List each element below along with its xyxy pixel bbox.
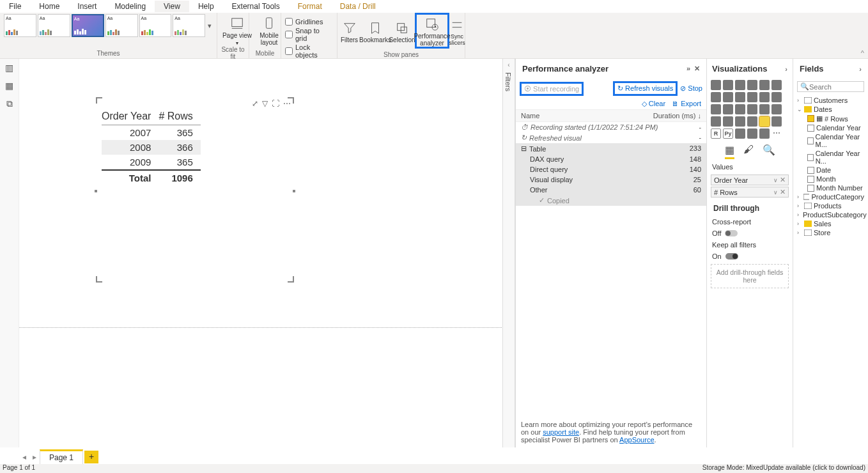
menu-tabs: File Home Insert Modeling View Help Exte… [0, 0, 868, 13]
page-view-button[interactable]: Page view▾ [221, 14, 253, 46]
svg-rect-6 [804, 97, 812, 104]
field-month-num[interactable]: Month Number [793, 183, 868, 192]
field-well-order-year[interactable]: Order Year∨ ✕ [711, 174, 789, 185]
svg-rect-12 [804, 229, 812, 236]
fields-search[interactable]: 🔍 [797, 81, 864, 92]
stop-button[interactable]: ⊘ Stop [680, 84, 702, 93]
left-view-rail: ▥ ▦ ⧉ [0, 59, 19, 447]
field-cal-year[interactable]: Calendar Year [793, 123, 868, 132]
field-well-rows[interactable]: # Rows∨ ✕ [711, 187, 789, 198]
data-view-icon[interactable]: ▦ [3, 81, 16, 92]
support-link[interactable]: support site [543, 428, 579, 436]
filter-icon[interactable]: ▽ [262, 99, 268, 108]
analytics-tab-icon[interactable]: 🔍 [763, 144, 775, 159]
page-tab-bar: ◂ ▸ Page 1 + [19, 449, 98, 464]
page-tab-1[interactable]: Page 1 [40, 449, 83, 464]
start-recording-button[interactable]: ⦿ Start recording [520, 82, 584, 96]
field-month[interactable]: Month [793, 174, 868, 183]
appsource-link[interactable]: AppSource [619, 436, 654, 444]
selection-button[interactable]: Selection [389, 13, 415, 49]
menu-data-drill[interactable]: Data / Drill [331, 1, 385, 12]
focus-icon[interactable]: ⛶ [272, 99, 279, 108]
viz-chevron-icon[interactable]: › [785, 65, 787, 73]
values-label: Values [707, 160, 793, 173]
cross-report-toggle[interactable]: Off [707, 228, 793, 238]
clear-button[interactable]: ◇ Clear [642, 100, 665, 108]
status-left: Page 1 of 1 [3, 464, 35, 473]
menu-format[interactable]: Format [289, 1, 331, 12]
keep-filters-toggle[interactable]: On [707, 251, 793, 261]
model-view-icon[interactable]: ⧉ [3, 98, 16, 110]
field-cal-year-m[interactable]: Calendar Year M... [793, 132, 868, 149]
themes-label: Themes [4, 50, 213, 57]
svg-rect-11 [804, 221, 812, 227]
fields-search-input[interactable] [809, 83, 860, 91]
table-visual[interactable]: ⤢ ▽ ⛶ ⋯ Order Year # Rows 2007365 200836… [96, 97, 294, 283]
refresh-visuals-button[interactable]: ↻ Refresh visuals [613, 81, 678, 96]
col-rows: # Rows [159, 108, 200, 125]
report-view-icon[interactable]: ▥ [3, 63, 16, 74]
menu-external[interactable]: External Tools [223, 1, 289, 12]
snap-check[interactable]: Snap to grid [285, 27, 333, 42]
format-tab-icon[interactable]: 🖌 [743, 144, 754, 159]
table-dates[interactable]: ⌄Dates [793, 105, 868, 114]
col-duration[interactable]: Duration (ms) ↓ [653, 112, 701, 120]
page-next[interactable]: ▸ [29, 453, 40, 461]
menu-file[interactable]: File [0, 1, 30, 12]
add-page-button[interactable]: + [84, 451, 98, 463]
theme-gallery[interactable]: Aa Aa Aa Aa Aa Aa ▾ [4, 14, 213, 37]
more-icon[interactable]: ⋯ [283, 99, 291, 108]
table-store[interactable]: ›Store [793, 228, 868, 237]
menu-view[interactable]: View [155, 1, 189, 12]
mobile-layout-button[interactable]: Mobile layout [253, 14, 285, 46]
ribbon: Aa Aa Aa Aa Aa Aa ▾ Themes Page view▾ Sc… [0, 13, 868, 59]
collapse-icon[interactable]: » [686, 65, 690, 73]
menu-insert[interactable]: Insert [68, 1, 105, 12]
status-right[interactable]: Storage Mode: MixedUpdate available (cli… [702, 464, 865, 473]
drill-through-header: Drill through [707, 199, 793, 215]
menu-help[interactable]: Help [189, 1, 223, 12]
gridlines-check[interactable]: Gridlines [285, 18, 333, 26]
fields-chevron-icon[interactable]: › [859, 65, 862, 73]
performance-analyzer-pane: Performance analyzer »✕ ⦿ Start recordin… [515, 59, 706, 447]
fields-tab-icon[interactable]: ▦ [725, 144, 734, 159]
page-boundary [19, 327, 502, 328]
drill-icon[interactable]: ⤢ [252, 99, 258, 108]
close-icon[interactable]: ✕ [694, 65, 700, 73]
filters-pane-collapsed[interactable]: ‹ Filters [502, 59, 515, 447]
col-name: Name [521, 112, 539, 120]
export-button[interactable]: 🗎 Export [672, 100, 701, 108]
sync-slicers-button[interactable]: Syncslicers [449, 13, 465, 49]
menu-modeling[interactable]: Modeling [105, 1, 155, 12]
field-date[interactable]: Date [793, 166, 868, 174]
perf-footer: Learn more about optimizing your report'… [516, 417, 706, 447]
table-productcategory[interactable]: ›ProductCategory [793, 192, 868, 201]
menu-home[interactable]: Home [30, 1, 68, 12]
table-products[interactable]: ›Products [793, 201, 868, 210]
visual-header-icons[interactable]: ⤢ ▽ ⛶ ⋯ [252, 99, 291, 108]
table-customers[interactable]: ›Customers [793, 96, 868, 105]
svg-rect-4 [427, 19, 435, 27]
svg-rect-9 [804, 203, 812, 209]
visualizations-pane: Visualizations› RPy⋯ ▦ 🖌 🔍 Values Order … [706, 59, 793, 447]
report-canvas[interactable]: ⤢ ▽ ⛶ ⋯ Order Year # Rows 2007365 200836… [19, 59, 502, 327]
field-cal-year-n[interactable]: Calendar Year N... [793, 149, 868, 166]
svg-rect-0 [232, 19, 243, 27]
filters-pane-button[interactable]: Filters [337, 13, 361, 49]
viz-type-gallery[interactable]: RPy⋯ [707, 79, 793, 140]
table-sales[interactable]: ›Sales [793, 219, 868, 228]
bookmarks-button[interactable]: Bookmarks [361, 13, 389, 49]
fields-pane: Fields› 🔍 ›Customers ⌄Dates ▦ # Rows Cal… [793, 59, 868, 447]
performance-analyzer-button[interactable]: Performance analyzer [415, 13, 449, 49]
page-prev[interactable]: ◂ [19, 453, 29, 461]
svg-rect-7 [804, 106, 812, 112]
svg-rect-3 [401, 27, 407, 33]
lock-check[interactable]: Lock objects [285, 43, 333, 59]
drill-drop-area[interactable]: Add drill-through fields here [711, 264, 789, 288]
field-rows[interactable]: ▦ # Rows [793, 114, 868, 123]
svg-rect-1 [266, 18, 272, 29]
table-viz-icon [759, 116, 770, 127]
perf-row-table[interactable]: ⊟ Table233 [516, 143, 706, 154]
table-productsub[interactable]: ›ProductSubcategory [793, 210, 868, 219]
perf-title: Performance analyzer [522, 64, 608, 74]
